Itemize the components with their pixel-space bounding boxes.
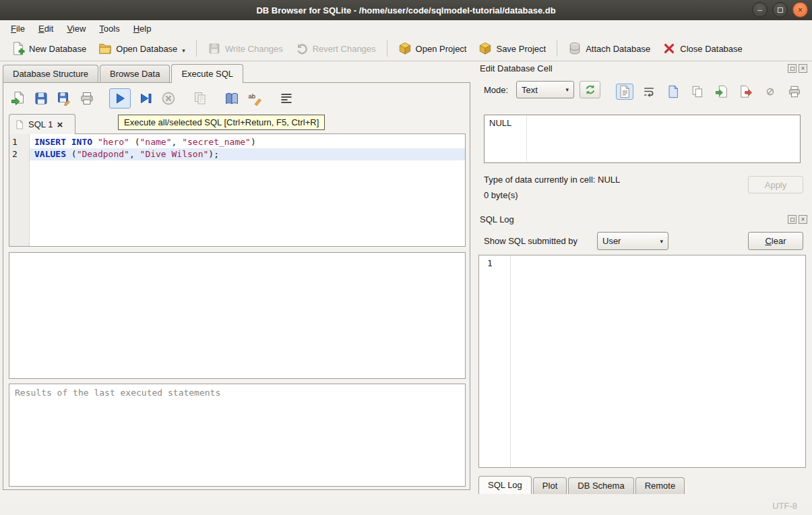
close-database-button[interactable]: Close Database [656,38,749,59]
sql-toolbar: ab [9,86,300,111]
log-filter-select[interactable]: User ▾ [597,232,668,250]
new-database-button[interactable]: New Database [5,38,92,59]
float-panel-icon[interactable] [788,215,797,224]
write-changes-button[interactable]: Write Changes [201,38,289,59]
execute-all-button[interactable] [109,88,131,109]
log-filter-label: Show SQL submitted by [484,236,577,246]
bottom-tab-bar: SQL Log Plot DB Schema Remote [478,476,686,494]
menu-edit[interactable]: Edit [32,22,60,36]
sql-file-icon [15,120,24,129]
app-window: { "window": { "title": "DB Browser for S… [0,0,812,515]
apply-button[interactable]: Apply [748,176,803,193]
menu-file[interactable]: File [4,22,32,36]
open-sql-file-button[interactable] [9,89,28,108]
save-sql-as-button[interactable] [55,89,73,108]
open-project-button[interactable]: Open Project [392,38,473,59]
sql-line-1: INSERT INTO "hero" ("name", "secret_name… [30,136,465,148]
open-project-icon [398,42,412,55]
export-results-button[interactable] [191,89,210,108]
tab-plot[interactable]: Plot [533,477,567,494]
refresh-icon [584,84,596,96]
clear-log-button[interactable]: Clear [748,232,803,250]
right-panel: Edit Database Cell × Mode: Text ▾ [474,62,810,497]
sql-tab-close-icon[interactable]: × [57,119,63,129]
log-line-number-gutter: 1 [479,255,511,467]
tab-sql-log[interactable]: SQL Log [478,476,532,494]
export-icon [739,85,753,98]
maximize-button[interactable] [772,2,788,18]
cell-editor[interactable]: NULL [484,115,801,163]
encoding-indicator: UTF-8 [772,501,797,511]
tab-execute-sql[interactable]: Execute SQL [171,64,243,83]
set-null-button[interactable] [761,84,779,100]
cell-toolbar [616,84,803,100]
edit-cell-title: Edit Database Cell [480,63,553,73]
save-project-button[interactable]: Save Project [472,38,552,59]
attach-database-button[interactable]: Attach Database [562,38,656,59]
sql-tab-label: SQL 1 [28,119,53,129]
results-placeholder: Results of the last executed statements [15,388,220,398]
open-database-icon [98,42,112,55]
revert-changes-button[interactable]: Revert Changes [289,38,382,59]
line-number: 1 [12,136,29,148]
open-external-button[interactable] [664,84,682,100]
execute-all-icon [113,92,127,105]
replace-button[interactable]: ab [245,89,264,108]
float-panel-icon[interactable] [788,64,797,73]
toolbar-separator [387,40,387,57]
results-grid[interactable] [9,252,466,379]
tab-browse-data[interactable]: Browse Data [100,65,170,82]
tab-database-structure[interactable]: Database Structure [3,65,98,82]
new-database-icon [11,42,25,55]
import-cell-button[interactable] [713,84,730,100]
print-sql-button[interactable] [77,89,96,108]
svg-text:ab: ab [249,92,256,100]
window-title: DB Browser for SQLite - /home/user/code/… [256,5,555,16]
minimize-button[interactable]: – [752,2,768,18]
execute-line-button[interactable] [136,89,155,108]
chevron-down-icon: ▾ [660,238,663,245]
copy-cell-button[interactable] [689,84,706,100]
mode-select[interactable]: Text ▾ [516,81,574,98]
new-database-label: New Database [29,44,86,54]
tab-db-schema[interactable]: DB Schema [568,477,633,494]
mode-auto-button[interactable] [580,81,600,98]
word-wrap-button[interactable] [640,84,658,100]
text-mode-button[interactable] [616,84,633,100]
log-filter-value: User [602,236,621,246]
find-button[interactable] [222,89,241,108]
menu-tools[interactable]: Tools [92,22,126,36]
format-sql-button[interactable] [277,89,296,108]
sql-code-area[interactable]: INSERT INTO "hero" ("name", "secret_name… [30,134,465,246]
sql-editor[interactable]: 1 2 INSERT INTO "hero" ("name", "secret_… [9,133,466,247]
open-database-button[interactable]: Open Database ▾ [92,38,191,59]
results-message-box[interactable]: Results of the last executed statements [9,384,466,487]
close-icon: × [798,6,803,14]
print-cell-button[interactable] [786,84,803,100]
sql-editor-tab[interactable]: SQL 1 × [9,114,75,134]
close-button[interactable]: × [792,2,808,18]
close-panel-icon[interactable]: × [799,215,807,224]
attach-database-label: Attach Database [586,44,650,54]
menu-view[interactable]: View [60,22,92,36]
save-sql-file-button[interactable] [32,89,51,108]
sql-log-view[interactable]: 1 [478,255,806,468]
attach-database-icon [568,42,582,55]
open-database-dropdown-icon[interactable]: ▾ [182,47,185,57]
statusbar: UTF-8 [0,497,812,515]
print-icon [80,91,94,106]
save-sql-as-icon [57,91,71,106]
line-number: 2 [12,148,29,160]
export-cell-button[interactable] [737,84,755,100]
open-project-label: Open Project [416,44,467,54]
stop-execution-button[interactable] [159,89,178,108]
revert-changes-icon [295,42,309,55]
open-external-icon [666,85,680,98]
save-sql-file-icon [34,91,49,106]
cell-type-info: Type of data currently in cell: NULL [484,175,620,185]
menu-help[interactable]: Help [127,22,158,36]
titlebar: DB Browser for SQLite - /home/user/code/… [0,0,812,20]
tab-remote[interactable]: Remote [635,477,685,494]
close-panel-icon[interactable]: × [799,64,807,73]
cell-size-info: 0 byte(s) [484,190,518,200]
